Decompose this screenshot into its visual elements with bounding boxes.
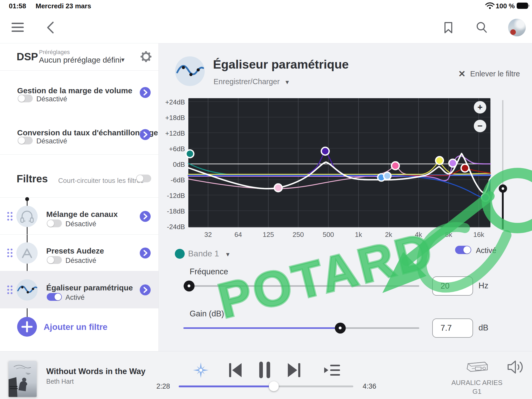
- x-tick: 4k: [408, 231, 429, 239]
- y-tick: -6dB: [160, 176, 185, 184]
- filter-row-chevron-icon[interactable]: [140, 284, 151, 295]
- frequency-slider-knob[interactable]: [184, 281, 195, 291]
- filters-heading: Filtres: [17, 173, 48, 185]
- drag-handle[interactable]: [7, 285, 12, 294]
- battery-icon: [516, 2, 530, 9]
- audio-device-icon[interactable]: [466, 360, 488, 374]
- drag-handle[interactable]: [7, 249, 12, 257]
- band-color-dot: [175, 249, 185, 259]
- zone-name[interactable]: AURALIC ARIES: [449, 379, 504, 387]
- bookmark-icon[interactable]: [444, 22, 453, 34]
- band-point: [186, 150, 194, 158]
- x-tick: 250: [288, 231, 309, 239]
- y-tick: -24dB: [160, 223, 185, 231]
- add-filter-button[interactable]: [17, 317, 37, 337]
- band-point: [274, 184, 282, 192]
- preset-caret-icon[interactable]: ▼: [120, 57, 126, 63]
- zoom-in-button[interactable]: +: [474, 101, 486, 114]
- frequency-unit: Hz: [478, 281, 488, 290]
- filter-row-chevron-icon[interactable]: [140, 211, 151, 222]
- x-tick: 500: [318, 231, 339, 239]
- band-enabled-label: Activé: [476, 246, 496, 255]
- band-point: [391, 162, 399, 170]
- filter-row-status: Désactivé: [65, 220, 96, 228]
- frequency-slider-track[interactable]: [183, 285, 419, 287]
- x-tick: 16k: [468, 231, 489, 239]
- dsp-title: DSP: [17, 51, 38, 63]
- band-point: [321, 147, 329, 155]
- search-icon[interactable]: [476, 21, 487, 33]
- headphones-icon: [16, 206, 38, 227]
- remove-filter-label[interactable]: Enlever le filtre: [470, 70, 520, 78]
- headroom-title: Gestion de la marge de volume: [17, 86, 132, 95]
- next-track-button[interactable]: [287, 362, 301, 378]
- zone-name-line2[interactable]: G1: [449, 388, 504, 396]
- clock: 01:58: [9, 2, 26, 10]
- band-caret-icon: ▼: [225, 251, 231, 258]
- src-chevron-icon[interactable]: [140, 129, 151, 140]
- filter-row-status: Désactivé: [65, 257, 96, 265]
- page-title: Égaliseur paramétrique: [213, 57, 349, 71]
- gain-field[interactable]: 7.7: [432, 318, 473, 338]
- y-tick: +24dB: [160, 98, 185, 106]
- x-tick: 8k: [438, 231, 459, 239]
- graph-gain-slider-fill: [502, 189, 504, 229]
- remove-filter-button[interactable]: ✕ Enlever le filtre: [458, 69, 520, 79]
- presets-caption: Préréglages: [39, 49, 70, 56]
- src-toggle[interactable]: [18, 137, 33, 144]
- add-filter-label[interactable]: Ajouter un filtre: [44, 322, 108, 332]
- headroom-toggle[interactable]: [18, 95, 33, 102]
- volume-icon[interactable]: [507, 360, 524, 375]
- graph-gain-slider-knob[interactable]: [499, 184, 507, 193]
- zoom-out-button[interactable]: −: [474, 120, 486, 132]
- eq-curves[interactable]: [188, 98, 490, 227]
- track-title[interactable]: Without Words in the Way: [46, 367, 145, 376]
- bypass-toggle[interactable]: [136, 175, 151, 182]
- filter-row-toggle[interactable]: [47, 220, 62, 227]
- band-selector[interactable]: Bande 1 ▼: [188, 249, 231, 258]
- y-tick: -18dB: [160, 207, 185, 215]
- seek-bar-fill: [179, 385, 274, 387]
- src-title: Conversion du taux d'échantillonnage: [17, 128, 158, 137]
- y-tick: 0dB: [160, 161, 185, 169]
- filter-row-chevron-icon[interactable]: [140, 248, 151, 258]
- pause-button[interactable]: [258, 361, 271, 379]
- save-load-menu[interactable]: Enregistrer/Charger ▼: [214, 77, 290, 86]
- date: Mercredi 23 mars: [36, 2, 91, 10]
- hamburger-menu-icon[interactable]: [11, 22, 24, 33]
- src-status: Désactivé: [36, 137, 67, 145]
- y-tick: +6dB: [160, 145, 185, 153]
- headroom-chevron-icon[interactable]: [140, 87, 151, 98]
- frequency-field[interactable]: 20: [432, 276, 473, 296]
- seek-bar-knob[interactable]: [269, 381, 279, 391]
- eq-wave-icon: [175, 56, 205, 86]
- x-tick: 64: [228, 231, 249, 239]
- save-load-label[interactable]: Enregistrer/Charger: [214, 77, 280, 86]
- avatar[interactable]: [508, 19, 526, 36]
- x-tick: 1k: [348, 231, 369, 239]
- wifi-icon: [485, 2, 495, 9]
- band-enabled-toggle[interactable]: [455, 246, 471, 254]
- album-art[interactable]: [9, 361, 37, 397]
- band-point: [384, 172, 391, 179]
- filter-row-status: Activé: [65, 294, 85, 302]
- gain-unit: dB: [478, 323, 488, 332]
- previous-track-button[interactable]: [228, 362, 243, 378]
- y-tick: +12dB: [160, 129, 185, 137]
- track-artist[interactable]: Beth Hart: [46, 378, 74, 385]
- x-tick: 2k: [378, 231, 399, 239]
- queue-icon[interactable]: [324, 364, 340, 377]
- preset-selector[interactable]: Aucun préréglage défini: [39, 56, 121, 64]
- roon-radio-icon[interactable]: [192, 361, 210, 379]
- filter-row-toggle[interactable]: [47, 293, 62, 301]
- x-tick: 32: [198, 231, 218, 239]
- drag-handle[interactable]: [7, 212, 12, 221]
- band-point: [436, 157, 443, 164]
- close-icon: ✕: [458, 69, 466, 79]
- back-button[interactable]: [46, 21, 55, 34]
- battery-percent: 100 %: [496, 2, 515, 10]
- eq-wave-icon: [16, 279, 38, 301]
- filter-row-toggle[interactable]: [47, 256, 62, 264]
- gain-slider-knob[interactable]: [335, 323, 346, 334]
- gear-icon[interactable]: [140, 51, 152, 62]
